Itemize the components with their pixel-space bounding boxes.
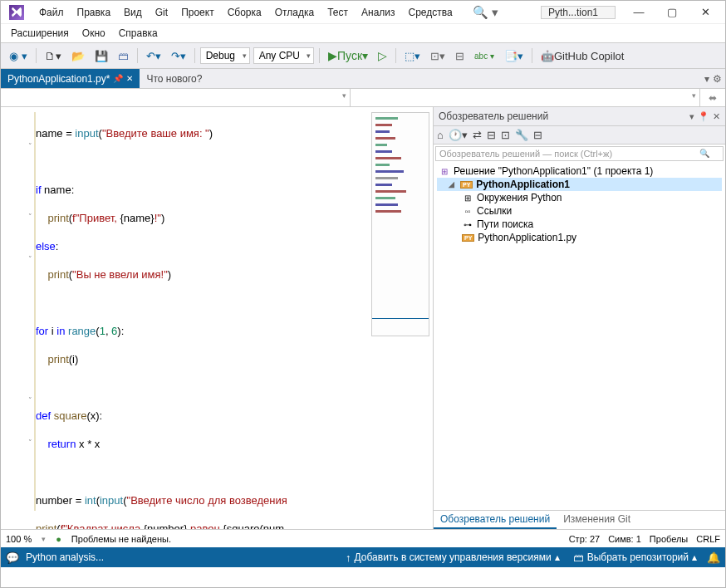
save-button[interactable]: 💾: [91, 48, 111, 64]
zoom-level[interactable]: 100 %: [6, 534, 32, 544]
output-icon[interactable]: 💬: [6, 551, 19, 564]
menu-build[interactable]: Сборка: [221, 5, 268, 20]
col-status[interactable]: Симв: 1: [608, 534, 641, 544]
pin-icon[interactable]: 📍: [698, 111, 709, 122]
python-analysis-status[interactable]: Python analysis...: [26, 551, 104, 563]
maximize-button[interactable]: ▢: [655, 2, 689, 22]
nav-back-button[interactable]: ◉ ▾: [6, 48, 31, 64]
menu-debug[interactable]: Отладка: [268, 5, 321, 20]
search-icon[interactable]: 🔍 ▾: [473, 5, 498, 20]
tree-label: Пути поиска: [477, 218, 533, 230]
config-dropdown[interactable]: Debug: [200, 47, 250, 64]
status-bar: 100 % ▾ ● Проблемы не найдены. Стр: 27 С…: [1, 529, 725, 547]
bell-icon[interactable]: 🔔: [707, 551, 720, 564]
close-button[interactable]: ✕: [689, 2, 722, 22]
menu-window[interactable]: Окно: [76, 26, 112, 41]
menu-project[interactable]: Проект: [174, 5, 221, 20]
scope-dropdown[interactable]: [1, 89, 351, 106]
home-icon[interactable]: ⌂: [437, 129, 444, 141]
platform-dropdown[interactable]: Any CPU: [253, 47, 314, 64]
solution-explorer-title: Обозреватель решений ▾ 📍 ✕: [434, 107, 725, 126]
showall-icon[interactable]: ⊡: [501, 129, 510, 141]
menu-edit[interactable]: Правка: [71, 5, 118, 20]
menu-test[interactable]: Тест: [321, 5, 355, 20]
copilot-button[interactable]: 🤖 GitHub Copilot: [537, 48, 628, 64]
fold-icon[interactable]: ˅: [26, 213, 34, 221]
select-repo-button[interactable]: 🗃Выбрать репозиторий ▴: [570, 551, 700, 564]
spaces-status[interactable]: Пробелы: [650, 534, 688, 544]
dropdown-icon[interactable]: ▾: [689, 111, 694, 122]
close-panel-icon[interactable]: ✕: [713, 111, 720, 122]
python-env-node[interactable]: ⊞ Окружения Python: [437, 191, 722, 204]
panel-tabs: Обозреватель решений Изменения Git: [434, 510, 725, 529]
sync-icon[interactable]: ⇄: [473, 129, 482, 141]
run-no-debug-button[interactable]: ▷: [375, 47, 390, 64]
minimap[interactable]: [371, 112, 429, 336]
eol-status[interactable]: CRLF: [696, 534, 720, 544]
pin-icon[interactable]: 📌: [113, 74, 123, 83]
refresh-icon[interactable]: 🕐▾: [449, 129, 468, 141]
main-content: ˅ ˅ ˅ ˅ ˅ name = input("Введите ваше имя…: [1, 107, 725, 529]
abc-button[interactable]: abc ▾: [471, 50, 498, 62]
search-paths-node[interactable]: ⊶ Пути поиска: [437, 218, 722, 231]
comment-button[interactable]: ⊡▾: [427, 48, 449, 64]
new-item-button[interactable]: 🗋▾: [42, 48, 65, 64]
solution-node[interactable]: ⊞ Решение "PythonApplication1" (1 проект…: [437, 164, 722, 178]
save-all-button[interactable]: 🗃: [115, 48, 132, 64]
line-status[interactable]: Стр: 27: [569, 534, 600, 544]
menu-bar-row2: Расширения Окно Справка: [1, 24, 725, 42]
menu-help[interactable]: Справка: [112, 26, 164, 41]
tab-whatsnew[interactable]: Что нового?: [140, 69, 208, 88]
ok-icon: ●: [56, 534, 61, 544]
collapse-icon[interactable]: ⊟: [487, 129, 496, 141]
preview-icon[interactable]: ⊟: [533, 129, 542, 141]
add-vcs-button[interactable]: ↑Добавить в систему управления версиями …: [342, 551, 563, 564]
tree-label: PythonApplication1: [476, 179, 570, 190]
panel-title: Обозреватель решений: [439, 110, 548, 122]
redo-button[interactable]: ↷▾: [168, 48, 189, 64]
format-button[interactable]: ⊟: [452, 48, 468, 64]
tab-solution-explorer[interactable]: Обозреватель решений: [434, 511, 557, 529]
menu-git[interactable]: Git: [149, 5, 174, 20]
fold-icon[interactable]: ˅: [26, 255, 34, 263]
properties-icon[interactable]: 🔧: [515, 129, 528, 141]
expand-icon[interactable]: ◢: [449, 180, 457, 189]
close-tab-icon[interactable]: ✕: [126, 74, 133, 83]
solution-icon: ⊞: [439, 165, 450, 177]
menu-view[interactable]: Вид: [117, 5, 149, 20]
solution-search-input[interactable]: Обозреватель решений — поиск (Ctrl+ж): [435, 146, 724, 161]
fold-icon[interactable]: ˅: [26, 439, 34, 447]
split-icon[interactable]: ⬌: [700, 89, 725, 106]
menu-extensions[interactable]: Расширения: [4, 26, 76, 41]
toolbar: ◉ ▾ 🗋▾ 📂 💾 🗃 ↶▾ ↷▾ Debug Any CPU ▶ Пуск …: [1, 42, 725, 69]
fold-icon[interactable]: ˅: [26, 142, 34, 150]
python-file-node[interactable]: PY PythonApplication1.py: [437, 231, 722, 244]
member-dropdown[interactable]: [351, 89, 700, 106]
tab-toolbar: ▾ ⚙: [704, 69, 725, 88]
bookmark-button[interactable]: 📑▾: [501, 48, 527, 64]
env-icon: ⊞: [462, 192, 473, 203]
tab-label: Что нового?: [146, 73, 202, 85]
tree-label: Ссылки: [477, 205, 512, 217]
menu-tools[interactable]: Средства: [402, 5, 459, 20]
menu-analyze[interactable]: Анализ: [355, 5, 402, 20]
solution-tree: ⊞ Решение "PythonApplication1" (1 проект…: [434, 163, 725, 510]
undo-button[interactable]: ↶▾: [143, 48, 164, 64]
run-button[interactable]: ▶ Пуск ▾: [325, 47, 371, 64]
tab-dropdown-icon[interactable]: ▾: [704, 73, 709, 85]
settings-icon[interactable]: ⚙: [713, 73, 722, 85]
code-editor[interactable]: ˅ ˅ ˅ ˅ ˅ name = input("Введите ваше имя…: [1, 107, 433, 529]
references-node[interactable]: ▫▫ Ссылки: [437, 204, 722, 218]
problems-status[interactable]: Проблемы не найдены.: [71, 534, 171, 544]
project-node[interactable]: ◢ PY PythonApplication1: [437, 178, 722, 191]
step-button[interactable]: ⬚▾: [401, 48, 424, 64]
refs-icon: ▫▫: [462, 205, 473, 217]
tree-label: Окружения Python: [477, 192, 562, 203]
tab-python-file[interactable]: PythonApplication1.py* 📌 ✕: [1, 69, 140, 88]
open-button[interactable]: 📂: [68, 48, 88, 64]
title-bar: Файл Правка Вид Git Проект Сборка Отладк…: [1, 1, 725, 24]
tab-git-changes[interactable]: Изменения Git: [557, 511, 637, 529]
fold-icon[interactable]: ˅: [26, 396, 34, 404]
menu-file[interactable]: Файл: [32, 5, 71, 20]
minimize-button[interactable]: —: [622, 2, 655, 22]
